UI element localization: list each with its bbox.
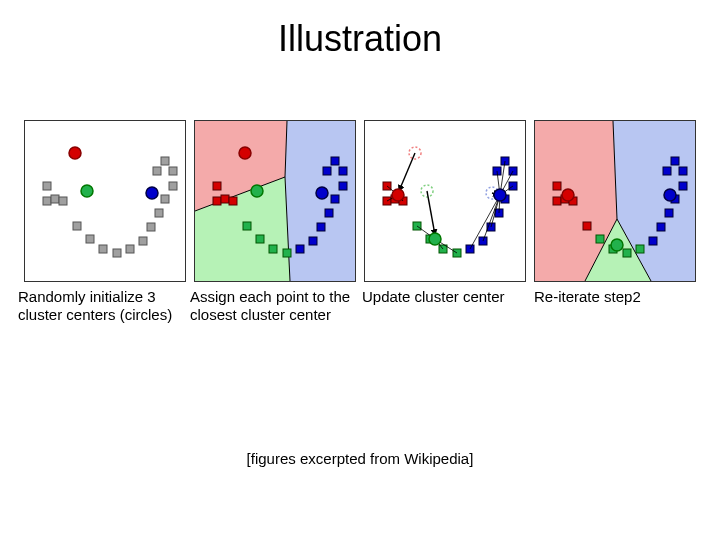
svg-rect-26 [213, 182, 221, 190]
svg-rect-109 [679, 167, 687, 175]
svg-rect-33 [283, 249, 291, 257]
svg-line-83 [399, 153, 415, 191]
svg-rect-29 [229, 197, 237, 205]
svg-rect-16 [153, 167, 161, 175]
svg-rect-37 [325, 209, 333, 217]
caption-3: Update cluster center [360, 288, 532, 324]
svg-rect-7 [113, 249, 121, 257]
svg-point-88 [494, 189, 506, 201]
svg-rect-108 [679, 182, 687, 190]
svg-rect-34 [296, 245, 304, 253]
svg-point-18 [81, 185, 93, 197]
svg-rect-8 [126, 245, 134, 253]
svg-rect-9 [139, 237, 147, 245]
svg-rect-100 [596, 235, 604, 243]
svg-rect-3 [59, 197, 67, 205]
panel-reiterate [534, 120, 696, 282]
caption-1: Randomly initialize 3 cluster centers (c… [16, 288, 188, 324]
svg-rect-40 [339, 167, 347, 175]
svg-rect-39 [339, 182, 347, 190]
svg-point-87 [429, 233, 441, 245]
svg-rect-42 [323, 167, 331, 175]
svg-rect-41 [331, 157, 339, 165]
svg-rect-12 [161, 195, 169, 203]
panel-initialize [24, 120, 186, 282]
page-title: Illustration [0, 0, 720, 60]
panel-assign [194, 120, 356, 282]
svg-rect-103 [636, 245, 644, 253]
svg-rect-36 [317, 223, 325, 231]
svg-rect-6 [99, 245, 107, 253]
svg-rect-99 [583, 222, 591, 230]
svg-point-112 [562, 189, 574, 201]
svg-rect-110 [671, 157, 679, 165]
svg-rect-104 [649, 237, 657, 245]
svg-point-114 [664, 189, 676, 201]
svg-rect-15 [161, 157, 169, 165]
svg-rect-111 [663, 167, 671, 175]
svg-line-84 [427, 191, 435, 235]
svg-rect-11 [155, 209, 163, 217]
caption-row: Randomly initialize 3 cluster centers (c… [0, 288, 720, 324]
svg-point-113 [611, 239, 623, 251]
svg-point-17 [69, 147, 81, 159]
svg-rect-96 [553, 197, 561, 205]
svg-rect-5 [86, 235, 94, 243]
svg-point-44 [251, 185, 263, 197]
svg-rect-13 [169, 182, 177, 190]
svg-rect-4 [73, 222, 81, 230]
svg-rect-38 [331, 195, 339, 203]
svg-line-75 [483, 195, 500, 241]
svg-rect-35 [309, 237, 317, 245]
svg-rect-27 [213, 197, 221, 205]
svg-rect-32 [269, 245, 277, 253]
panel-row [0, 120, 720, 282]
credit-line: [figures excerpted from Wikipedia] [0, 450, 720, 467]
svg-rect-28 [221, 195, 229, 203]
svg-point-86 [392, 189, 404, 201]
svg-rect-0 [43, 182, 51, 190]
svg-rect-30 [243, 222, 251, 230]
svg-rect-102 [623, 249, 631, 257]
svg-rect-31 [256, 235, 264, 243]
svg-rect-14 [169, 167, 177, 175]
panel-update [364, 120, 526, 282]
svg-rect-2 [51, 195, 59, 203]
svg-rect-95 [553, 182, 561, 190]
caption-4: Re-iterate step2 [532, 288, 704, 324]
svg-marker-21 [285, 121, 355, 281]
svg-point-43 [239, 147, 251, 159]
svg-rect-10 [147, 223, 155, 231]
svg-point-45 [316, 187, 328, 199]
caption-2: Assign each point to the closest cluster… [188, 288, 360, 324]
svg-rect-1 [43, 197, 51, 205]
svg-point-19 [146, 187, 158, 199]
svg-rect-105 [657, 223, 665, 231]
svg-rect-106 [665, 209, 673, 217]
